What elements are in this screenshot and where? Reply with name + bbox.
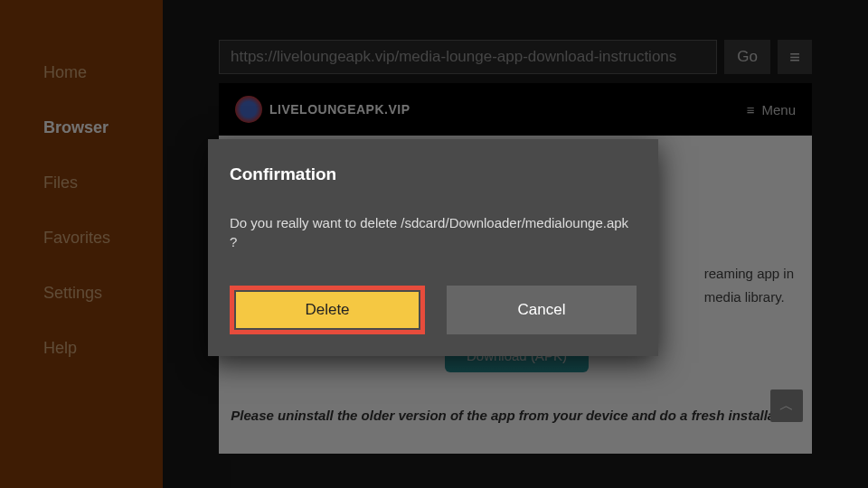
dialog-title: Confirmation: [230, 164, 637, 184]
delete-button[interactable]: Delete: [236, 292, 419, 328]
delete-button-highlight: Delete: [230, 286, 425, 334]
dialog-message: Do you really want to delete /sdcard/Dow…: [230, 213, 637, 251]
confirmation-dialog: Confirmation Do you really want to delet…: [208, 139, 658, 356]
dialog-button-row: Delete Cancel: [230, 286, 637, 334]
cancel-button[interactable]: Cancel: [447, 286, 637, 334]
